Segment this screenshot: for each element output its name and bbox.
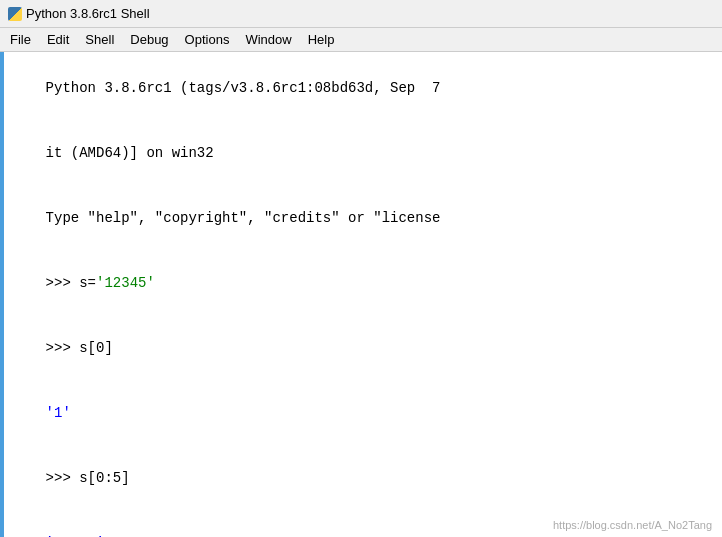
menu-help[interactable]: Help xyxy=(302,30,341,49)
menu-bar: File Edit Shell Debug Options Window Hel… xyxy=(0,28,722,52)
python-icon xyxy=(8,7,22,21)
menu-options[interactable]: Options xyxy=(179,30,236,49)
title-bar-text: Python 3.8.6rc1 Shell xyxy=(26,6,150,21)
watermark: https://blog.csdn.net/A_No2Tang xyxy=(553,519,712,531)
menu-debug[interactable]: Debug xyxy=(124,30,174,49)
prompt-line-2: >>> s[0] xyxy=(8,316,714,381)
menu-file[interactable]: File xyxy=(4,30,37,49)
prompt-line-1: >>> s='12345' xyxy=(8,251,714,316)
prompt-line-3: >>> s[0:5] xyxy=(8,446,714,511)
output-line-3: Type "help", "copyright", "credits" or "… xyxy=(8,186,714,251)
output-line-2: it (AMD64)] on win32 xyxy=(8,121,714,186)
shell-content[interactable]: Python 3.8.6rc1 (tags/v3.8.6rc1:08bd63d,… xyxy=(0,52,722,537)
menu-window[interactable]: Window xyxy=(239,30,297,49)
menu-shell[interactable]: Shell xyxy=(79,30,120,49)
menu-edit[interactable]: Edit xyxy=(41,30,75,49)
output-line-4: '1' xyxy=(8,381,714,446)
title-bar: Python 3.8.6rc1 Shell xyxy=(0,0,722,28)
output-line-1: Python 3.8.6rc1 (tags/v3.8.6rc1:08bd63d,… xyxy=(8,56,714,121)
